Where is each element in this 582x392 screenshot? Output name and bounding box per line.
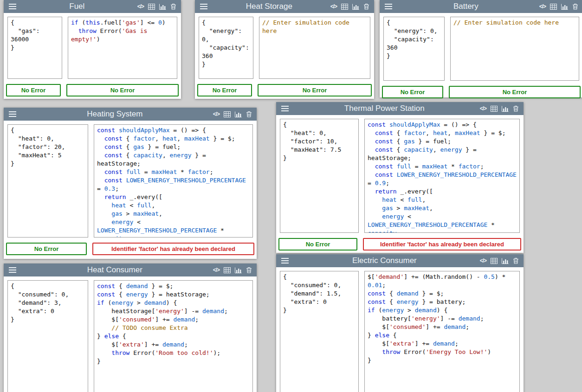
panel-title: Fuel <box>20 2 134 11</box>
panel-body: { "energy": 0, "capacity": 360 } // Ente… <box>195 13 374 83</box>
panel-header: Heat Storage </> <box>195 0 374 13</box>
menu-icon[interactable] <box>200 3 208 10</box>
panel-header: Thermal Power Station </> <box>276 102 524 115</box>
menu-icon[interactable] <box>281 105 289 112</box>
state-editor[interactable]: { "consumed": 0, "demand": 3, "extra": 0… <box>7 280 88 392</box>
menu-icon[interactable] <box>281 257 289 264</box>
panel-body: { "heat": 0, "factor": 10, "maxHeat": 7.… <box>276 115 524 237</box>
code-view-icon[interactable]: </> <box>539 3 546 10</box>
trash-icon[interactable] <box>246 267 252 273</box>
panel-body: { "gas": 36000 } if (this.fuel['gas'] <=… <box>4 13 181 83</box>
state-editor[interactable]: { "energy": 0, "capacity": 360 } <box>383 17 445 81</box>
state-editor[interactable]: { "heat": 0, "factor": 20, "maxHeat": 5 … <box>7 124 88 238</box>
panel-header: Heat Consumer </> <box>4 263 257 276</box>
state-editor[interactable]: { "energy": 0, "capacity": 360 } <box>199 17 253 79</box>
panel-heating-system: Heating System </> { "heat": 0, "factor"… <box>4 108 257 259</box>
trash-icon[interactable] <box>363 3 369 10</box>
code-view-icon[interactable]: </> <box>480 257 486 264</box>
panel-body: { "consumed": 0, "demand": 3, "extra": 0… <box>4 276 257 392</box>
bar-chart-icon[interactable] <box>502 258 509 264</box>
trash-icon[interactable] <box>572 3 578 10</box>
panel-title: Heat Consumer <box>20 265 209 275</box>
menu-icon[interactable] <box>384 3 393 10</box>
bar-chart-icon[interactable] <box>159 4 166 10</box>
state-editor[interactable]: { "gas": 36000 } <box>7 17 62 79</box>
menu-icon[interactable] <box>8 3 17 10</box>
bar-chart-icon[interactable] <box>561 4 568 10</box>
code-view-icon[interactable]: </> <box>330 3 337 10</box>
code-editor[interactable]: const { demand } = $; const { energy } =… <box>94 280 253 392</box>
bar-chart-icon[interactable] <box>352 4 359 10</box>
panel-body: { "heat": 0, "factor": 20, "maxHeat": 5 … <box>4 121 257 241</box>
code-status: No Error <box>66 84 179 96</box>
table-view-icon[interactable] <box>341 4 348 10</box>
code-view-icon[interactable]: </> <box>137 3 144 10</box>
code-editor[interactable]: const shouldApplyMax = () => { const { f… <box>364 119 520 233</box>
table-view-icon[interactable] <box>491 106 498 112</box>
status-row: No Error No Error <box>380 86 582 98</box>
code-status: No Error <box>449 86 581 98</box>
code-status: No Error <box>258 84 372 96</box>
state-status: No Error <box>6 84 61 96</box>
panel-title: Heat Storage <box>212 2 327 11</box>
state-editor[interactable]: { "consumed": 0, "demand": 1.5, "extra":… <box>280 271 359 392</box>
panel-battery: Battery </> { "energy": 0, "capacity": 3… <box>380 0 582 97</box>
header-icons: </> <box>480 257 519 264</box>
table-view-icon[interactable] <box>224 267 231 273</box>
code-editor[interactable]: if (this.fuel['gas'] <= 0) throw Error('… <box>68 17 177 79</box>
bar-chart-icon[interactable] <box>235 111 242 117</box>
panel-header: Battery </> <box>380 0 582 13</box>
header-icons: </> <box>539 3 578 10</box>
status-row: No Error No Error <box>195 84 374 96</box>
code-view-icon[interactable]: </> <box>213 111 220 117</box>
table-view-icon[interactable] <box>148 4 155 10</box>
trash-icon[interactable] <box>170 3 176 10</box>
header-icons: </> <box>330 3 369 10</box>
trash-icon[interactable] <box>513 257 519 264</box>
bar-chart-icon[interactable] <box>235 267 242 273</box>
panel-heat-consumer: Heat Consumer </> { "consumed": 0, "dema… <box>4 263 257 392</box>
code-status: Identifier 'factor' has already been dec… <box>363 238 521 251</box>
panel-heat-storage: Heat Storage </> { "energy": 0, "capacit… <box>195 0 374 99</box>
state-editor[interactable]: { "heat": 0, "factor": 10, "maxHeat": 7.… <box>280 119 359 233</box>
panel-fuel: Fuel </> { "gas": 36000 } if (this.fuel[… <box>4 0 181 99</box>
trash-icon[interactable] <box>513 105 519 112</box>
state-status: No Error <box>382 86 443 98</box>
panel-title: Battery <box>396 2 536 11</box>
panel-header: Heating System </> <box>4 108 257 121</box>
panel-title: Heating System <box>20 109 209 119</box>
status-row: No Error Identifier 'factor' has already… <box>276 238 524 251</box>
panel-title: Electric Consumer <box>293 256 476 265</box>
header-icons: </> <box>480 105 519 112</box>
panel-body: { "energy": 0, "capacity": 360 } // Ente… <box>380 13 582 84</box>
code-view-icon[interactable]: </> <box>480 105 486 112</box>
header-icons: </> <box>213 267 252 273</box>
code-status: Identifier 'factor' has already been dec… <box>92 243 254 255</box>
code-editor[interactable]: // Enter simulation code here <box>450 17 579 81</box>
panel-header: Fuel </> <box>4 0 181 13</box>
code-view-icon[interactable]: </> <box>213 267 220 273</box>
panel-electric-consumer: Electric Consumer </> { "consumed": 0, "… <box>276 254 524 392</box>
panel-header: Electric Consumer </> <box>276 254 524 267</box>
bar-chart-icon[interactable] <box>502 106 509 112</box>
state-status: No Error <box>197 84 252 96</box>
code-editor[interactable]: // Enter simulation code here <box>259 17 370 79</box>
menu-icon[interactable] <box>8 111 17 117</box>
table-view-icon[interactable] <box>491 258 498 264</box>
panel-body: { "consumed": 0, "demand": 1.5, "extra":… <box>276 267 524 392</box>
table-view-icon[interactable] <box>550 4 557 10</box>
status-row: No Error No Error <box>4 84 181 96</box>
table-view-icon[interactable] <box>224 111 231 117</box>
header-icons: </> <box>213 111 252 117</box>
menu-icon[interactable] <box>8 267 17 273</box>
code-editor[interactable]: const shouldApplyMax = () => { const { f… <box>94 124 253 238</box>
panel-thermal-power-station: Thermal Power Station </> { "heat": 0, "… <box>276 102 524 253</box>
state-status: No Error <box>6 243 87 255</box>
header-icons: </> <box>137 3 176 10</box>
trash-icon[interactable] <box>246 111 252 117</box>
code-editor[interactable]: $['demand'] += (Math.random() - 0.5) * 0… <box>364 271 520 392</box>
status-row: No Error Identifier 'factor' has already… <box>4 243 257 255</box>
panel-title: Thermal Power Station <box>293 104 476 113</box>
state-status: No Error <box>278 238 357 251</box>
